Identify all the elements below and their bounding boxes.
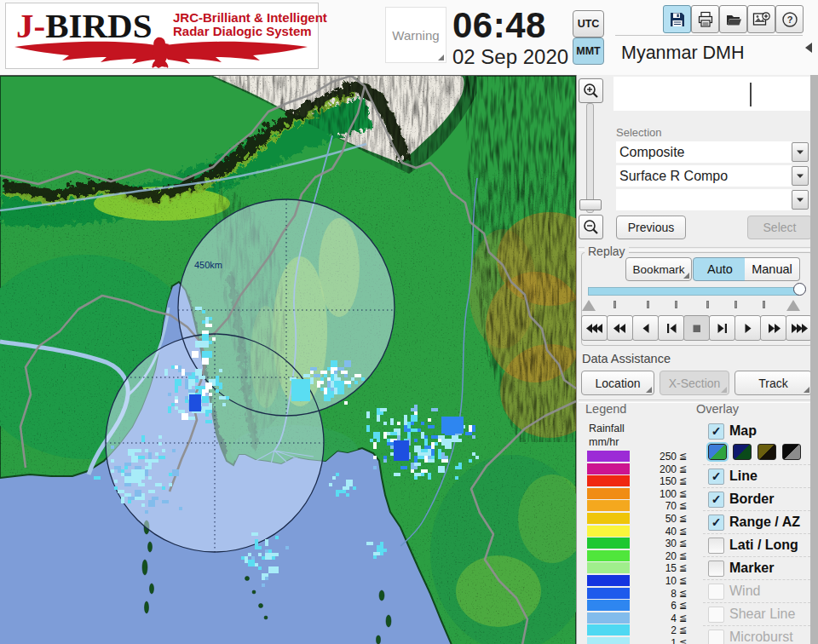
clock-date: 02 Sep 2020	[452, 45, 568, 69]
legend-value: 50	[631, 513, 677, 525]
slider-end-marker[interactable]	[786, 300, 800, 311]
legend-value: 100	[631, 488, 677, 500]
rewind-button[interactable]	[607, 315, 633, 341]
legend-lte-sign: ≦	[679, 575, 687, 586]
step-forward-button[interactable]	[709, 315, 735, 341]
selection-dropdown-button-1[interactable]	[792, 142, 809, 162]
stop-button[interactable]	[683, 315, 710, 341]
legend-value: 40	[631, 526, 677, 538]
slider-tick	[734, 301, 737, 308]
slider-tick	[647, 301, 649, 308]
checkbox-checked[interactable]: ✓	[708, 492, 724, 508]
selection-field-1[interactable]: Composite	[616, 141, 792, 163]
zoom-slider-handle[interactable]	[579, 199, 602, 210]
zoom-slider-track[interactable]	[586, 103, 594, 213]
legend-row: 250≦	[587, 451, 698, 462]
timezone-utc-button[interactable]: UTC	[573, 10, 604, 37]
radar-map[interactable]: 450km	[0, 75, 576, 644]
legend-lte-sign: ≦	[679, 488, 687, 499]
legend-value: 20	[631, 550, 677, 562]
legend-value: 150	[631, 475, 677, 487]
save-button[interactable]	[663, 5, 691, 33]
overlay-item-line[interactable]: ✓Line	[706, 468, 810, 486]
legend-row: 200≦	[587, 463, 698, 474]
legend-row: 70≦	[587, 500, 698, 511]
export-image-button[interactable]	[747, 5, 775, 33]
selection-dropdown-button-3[interactable]	[792, 190, 809, 210]
legend-swatch	[587, 463, 630, 474]
print-button[interactable]	[691, 5, 719, 33]
play-back-button[interactable]	[632, 315, 659, 341]
save-icon	[669, 11, 686, 28]
manual-button[interactable]: Manual	[745, 257, 800, 281]
timezone-mmt-button[interactable]: MMT	[573, 37, 604, 65]
legend-row: 8≦	[587, 588, 698, 599]
legend-row: 2≦	[587, 624, 698, 635]
selection-dropdown-button-2[interactable]	[792, 166, 809, 186]
overlay-item-range-az[interactable]: ✓Range / AZ	[706, 514, 810, 532]
zoom-out-button[interactable]	[579, 215, 603, 239]
map-style-3[interactable]	[758, 444, 776, 460]
selection-field-3[interactable]	[616, 189, 792, 210]
slider-start-marker[interactable]	[582, 300, 596, 311]
overlay-item-marker[interactable]: Marker	[706, 560, 810, 578]
checkbox-unchecked[interactable]	[708, 538, 724, 554]
checkbox-unchecked[interactable]	[708, 561, 724, 577]
legend-swatch	[587, 624, 630, 635]
legend-lte-sign: ≦	[679, 513, 687, 524]
step-back-button[interactable]	[658, 315, 684, 341]
map-style-2[interactable]	[733, 444, 752, 460]
slider-tick	[675, 301, 677, 308]
rewind-fast-button[interactable]	[581, 315, 608, 341]
legend-swatch	[587, 637, 630, 644]
legend-lte-sign: ≦	[679, 588, 687, 599]
replay-label: Replay	[585, 244, 629, 258]
checkbox-checked[interactable]: ✓	[708, 515, 724, 531]
x-section-button[interactable]: X-Section	[660, 371, 729, 395]
panel-collapse-icon[interactable]	[805, 43, 812, 53]
open-folder-icon	[725, 11, 742, 28]
overlay-item-label: Microburst	[729, 630, 793, 644]
auto-button[interactable]: Auto	[693, 257, 747, 281]
select-button[interactable]: Select	[747, 216, 812, 239]
location-button[interactable]: Location	[581, 371, 654, 395]
text-caret	[750, 83, 752, 106]
legend-unit-line2: mm/hr	[589, 436, 619, 448]
selection-field-2[interactable]: Surface R Compo	[616, 165, 792, 187]
help-button[interactable]: ?	[775, 5, 804, 33]
map-style-1[interactable]	[708, 444, 727, 460]
selection-label: Selection	[616, 126, 661, 139]
checkbox-checked[interactable]: ✓	[708, 469, 724, 485]
overlay-item-wind[interactable]: Wind	[706, 583, 810, 601]
checkbox-checked[interactable]: ✓	[708, 423, 724, 440]
forward-button[interactable]	[760, 315, 786, 341]
legend-lte-sign: ≦	[679, 562, 687, 573]
app-subtitle: JRC-Brilliant & Intelligent Radar Dialog…	[173, 11, 327, 38]
overlay-item-shear-line[interactable]: Shear Line	[706, 606, 810, 624]
play-button[interactable]	[734, 315, 761, 341]
map-style-4[interactable]	[782, 444, 801, 460]
zoom-in-button[interactable]	[579, 78, 603, 103]
overlay-item-map[interactable]: ✓Map	[706, 423, 810, 440]
legend-lte-sign: ≦	[679, 612, 687, 624]
legend-row: 150≦	[587, 475, 698, 486]
replay-slider-track[interactable]	[588, 287, 799, 296]
legend-swatch	[587, 562, 630, 573]
legend-value: 2	[631, 624, 677, 636]
legend-swatch	[587, 550, 630, 561]
open-folder-button[interactable]	[719, 5, 747, 33]
site-search-input[interactable]	[614, 77, 810, 111]
bookmark-button[interactable]: Bookmark	[625, 257, 692, 281]
panel-scroll-strip[interactable]	[810, 75, 818, 644]
warning-button[interactable]: Warning	[385, 7, 446, 63]
replay-slider-handle[interactable]	[793, 283, 806, 296]
previous-button[interactable]: Previous	[616, 216, 686, 239]
overlay-item-lati-long[interactable]: Lati / Long	[706, 537, 810, 555]
legend-value: 8	[631, 588, 677, 600]
overlay-item-border[interactable]: ✓Border	[706, 491, 810, 509]
forward-fast-button[interactable]	[786, 315, 812, 341]
track-button[interactable]: Track	[734, 371, 812, 395]
legend-value: 1	[631, 637, 677, 644]
legend-value: 15	[631, 562, 677, 574]
overlay-item-microburst[interactable]: Microburst	[706, 629, 810, 644]
